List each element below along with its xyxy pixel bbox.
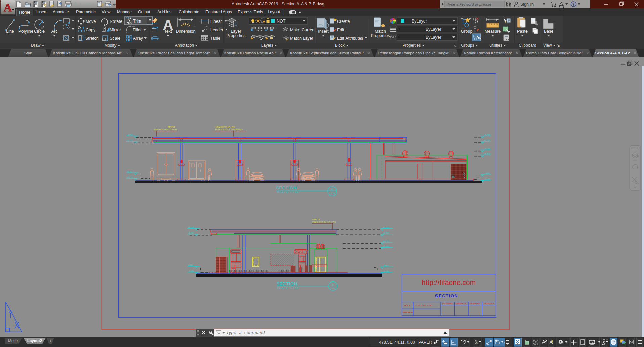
svg-text:±0.00: ±0.00 <box>485 172 490 174</box>
svg-text:Match: Match <box>375 29 386 34</box>
svg-text:−0.150: −0.150 <box>127 176 133 178</box>
svg-text:SKALA 1:150: SKALA 1:150 <box>277 287 300 289</box>
svg-text:SECTION: SECTION <box>277 281 297 286</box>
svg-text:Make Current: Make Current <box>290 28 316 32</box>
svg-text:+6.750: +6.750 <box>127 134 133 136</box>
svg-text:Type a keyword or phrase: Type a keyword or phrase <box>447 2 491 6</box>
svg-text:−0.150: −0.150 <box>484 178 490 180</box>
svg-text:±0.00: ±0.00 <box>189 264 194 266</box>
svg-text:Linear: Linear <box>210 19 222 24</box>
svg-text:FINISHING BY OTHERS: FINISHING BY OTHERS <box>154 128 177 131</box>
svg-text:B: B <box>332 284 334 286</box>
svg-text:Stretch: Stretch <box>85 36 99 41</box>
svg-text:Circle: Circle <box>34 29 45 34</box>
svg-text:Polyline: Polyline <box>18 29 33 34</box>
svg-text:DISETUJUI: DISETUJUI <box>470 303 480 305</box>
svg-text:+6.250: +6.250 <box>484 134 490 136</box>
svg-text:ByLayer: ByLayer <box>426 27 441 32</box>
svg-text:2D: 2D <box>637 155 639 157</box>
svg-text:DIKETAHUI: DIKETAHUI <box>484 303 494 305</box>
svg-text:ByLayer: ByLayer <box>412 19 427 24</box>
svg-text:A: A <box>331 188 333 190</box>
svg-text:Fillet: Fillet <box>133 28 142 32</box>
svg-text:A: A <box>4 1 12 14</box>
svg-text:FASCIA: FASCIA <box>312 218 320 221</box>
svg-text:Layer: Layer <box>231 29 241 34</box>
svg-text:+5.350: +5.350 <box>383 232 389 234</box>
svg-text:DIGAMBAR: DIGAMBAR <box>442 303 453 305</box>
svg-text:Arc: Arc <box>51 29 58 34</box>
svg-text:+6.250: +6.250 <box>188 226 194 228</box>
svg-text:FINISHING BY OTHERS: FINISHING BY OTHERS <box>312 221 336 223</box>
svg-text:Base: Base <box>544 29 554 34</box>
svg-text:1:150: 1:150 <box>330 192 335 194</box>
svg-text:Insert: Insert <box>318 29 329 34</box>
svg-text:Rotate: Rotate <box>110 19 122 24</box>
svg-text:Edit: Edit <box>337 28 344 32</box>
svg-text:+3.800: +3.800 <box>484 153 490 155</box>
svg-text:+6.250: +6.250 <box>383 226 389 228</box>
svg-text:SECTION: SECTION <box>435 293 458 298</box>
svg-text:Scale: Scale <box>110 36 120 41</box>
svg-text:FASCIA: FASCIA <box>168 126 175 128</box>
svg-text:HI TEN 0.5 TCT ZINCALUME: HI TEN 0.5 TCT ZINCALUME <box>215 128 243 131</box>
svg-text:Mirror: Mirror <box>110 28 121 32</box>
svg-text:SKALA: SKALA <box>404 305 410 307</box>
svg-text:ByLayer: ByLayer <box>426 35 441 40</box>
svg-text:Match Layer: Match Layer <box>290 36 313 41</box>
svg-text:±0.00: ±0.00 <box>127 171 132 173</box>
svg-text:Paste: Paste <box>517 29 528 34</box>
svg-text:+3.800: +3.800 <box>383 245 389 247</box>
svg-text:Create: Create <box>337 19 350 24</box>
svg-text:LYSAIGHT KLIP-LOK: LYSAIGHT KLIP-LOK <box>215 126 235 128</box>
svg-text:+4.150: +4.150 <box>383 240 389 242</box>
svg-text:SECTION: SECTION <box>276 185 297 190</box>
svg-text:Properties: Properties <box>227 33 246 38</box>
svg-text:Measure: Measure <box>485 29 501 34</box>
svg-text:Properties: Properties <box>371 33 390 38</box>
svg-text:PEMOHON: PEMOHON <box>403 311 413 313</box>
svg-text:Move: Move <box>86 19 96 24</box>
svg-text:−0.150: −0.150 <box>188 270 194 272</box>
svg-text:Text: Text <box>164 29 172 34</box>
svg-text:Dimension: Dimension <box>176 29 195 34</box>
svg-text:Trim: Trim <box>133 19 141 24</box>
svg-text:?: ? <box>572 2 575 6</box>
svg-text:1: 20 . 1: 50 . 1: 10: 1: 20 . 1: 50 . 1: 10 <box>415 305 431 307</box>
svg-text:+5.350: +5.350 <box>188 232 194 234</box>
svg-text:SKALA 1:150: SKALA 1:150 <box>277 191 300 194</box>
svg-text:+5.350: +5.350 <box>484 139 490 141</box>
svg-text:DIPERIKSA: DIPERIKSA <box>456 303 466 305</box>
svg-text:+5.350: +5.350 <box>127 139 133 141</box>
svg-text:Leader: Leader <box>210 28 223 32</box>
svg-text:NOT: NOT <box>277 19 286 24</box>
svg-text:Copy: Copy <box>86 28 96 32</box>
svg-text:Array: Array <box>133 36 143 41</box>
svg-text:−0.150: −0.150 <box>383 270 389 272</box>
svg-text:1:150: 1:150 <box>331 287 335 289</box>
svg-text:http://fifaone.com: http://fifaone.com <box>422 278 476 286</box>
svg-text:Edit Attributes: Edit Attributes <box>337 36 363 41</box>
svg-text:Table: Table <box>210 36 220 41</box>
svg-text:±0.00: ±0.00 <box>384 265 389 267</box>
svg-text:Group: Group <box>461 29 473 34</box>
svg-text:Sign In: Sign In <box>520 2 534 7</box>
svg-text:Line: Line <box>6 29 14 34</box>
svg-text:+4.150: +4.150 <box>484 148 490 150</box>
